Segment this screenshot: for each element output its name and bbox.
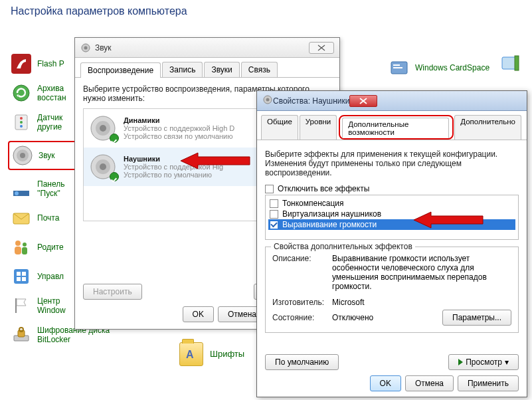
tab-enhancements-highlight: Дополнительные возможности bbox=[339, 115, 454, 140]
device-status: Устройство по умолчанию bbox=[124, 171, 223, 179]
props-close-button[interactable] bbox=[349, 95, 377, 107]
sound-titlebar[interactable]: Звук bbox=[75, 38, 339, 58]
remote-icon bbox=[500, 54, 521, 76]
svg-point-39 bbox=[266, 98, 270, 102]
sound-title: Звук bbox=[95, 43, 309, 52]
cp-item-parental[interactable]: Родите bbox=[11, 237, 77, 258]
archive-icon bbox=[11, 82, 32, 104]
checkbox-icon bbox=[270, 210, 278, 219]
checkbox-icon bbox=[270, 221, 278, 229]
sound-ok-button[interactable]: OK bbox=[183, 306, 214, 322]
red-arrow-annotation bbox=[411, 211, 484, 229]
vendor-value: Microsoft bbox=[332, 298, 365, 307]
svg-rect-19 bbox=[15, 247, 21, 254]
tab-recording[interactable]: Запись bbox=[162, 62, 203, 77]
props-cancel-button[interactable]: Отмена bbox=[405, 375, 454, 391]
device-name: Динамики bbox=[124, 116, 234, 124]
svg-rect-25 bbox=[22, 277, 26, 281]
svg-rect-2 bbox=[393, 67, 402, 68]
cp-item-taskbar[interactable]: Панель ''Пуск'' bbox=[11, 178, 77, 199]
cp-label: Шрифты bbox=[210, 349, 244, 359]
svg-point-13 bbox=[20, 153, 25, 158]
tab-sounds[interactable]: Звуки bbox=[204, 62, 239, 77]
props-default-button[interactable]: По умолчанию bbox=[265, 354, 339, 370]
red-arrow-annotation bbox=[178, 151, 251, 170]
cp-item-sensor[interactable]: Датчик другие bbox=[11, 112, 77, 133]
tab-general[interactable]: Общие bbox=[261, 115, 298, 140]
properties-dialog: Свойства: Наушники Общие Уровни Дополнит… bbox=[256, 90, 527, 397]
effect-props-group: Свойства дополнительных эффектов Описани… bbox=[265, 247, 519, 333]
svg-rect-23 bbox=[22, 272, 26, 276]
svg-point-10 bbox=[20, 125, 23, 128]
bitlocker-icon bbox=[11, 324, 32, 346]
cp-label: Звук bbox=[39, 151, 55, 160]
props-titlebar[interactable]: Свойства: Наушники bbox=[257, 91, 527, 111]
tab-playback[interactable]: Воспроизведение bbox=[80, 62, 161, 78]
mail-icon bbox=[11, 207, 32, 229]
cardspace-icon bbox=[389, 57, 410, 78]
device-status: Устройство связи по умолчанию bbox=[124, 132, 234, 140]
cp-label: Родите bbox=[37, 243, 64, 252]
cp-label: Датчик другие bbox=[37, 113, 62, 132]
svg-point-18 bbox=[23, 243, 27, 247]
fx-label: Виртуализация наушников bbox=[282, 209, 381, 219]
fx-label: Тонкомпенсация bbox=[282, 199, 344, 208]
svg-rect-4 bbox=[515, 56, 519, 70]
cp-label: Центр Window bbox=[37, 296, 66, 316]
cp-item-sound[interactable]: Звук bbox=[8, 141, 77, 170]
sound-tabs: Воспроизведение Запись Звуки Связь bbox=[75, 58, 339, 78]
props-tabs: Общие Уровни Дополнительные возможности … bbox=[257, 111, 527, 140]
svg-rect-29 bbox=[19, 328, 23, 332]
tab-comm[interactable]: Связь bbox=[241, 62, 278, 77]
preview-button[interactable]: Просмотр ▾ bbox=[448, 354, 519, 370]
sound-close-button[interactable] bbox=[309, 42, 334, 54]
svg-rect-24 bbox=[17, 277, 21, 281]
state-value: Отключено bbox=[332, 313, 442, 322]
speaker-small-icon bbox=[262, 94, 273, 107]
check-badge-icon bbox=[110, 172, 119, 181]
cp-item-archive[interactable]: Архива восстан bbox=[11, 82, 77, 104]
disable-all-checkbox[interactable]: Отключить все эффекты bbox=[265, 184, 519, 193]
flash-icon bbox=[11, 53, 32, 74]
cp-item-flash[interactable]: Flash P bbox=[11, 53, 77, 74]
svg-rect-21 bbox=[14, 269, 29, 284]
configure-button[interactable]: Настроить bbox=[83, 284, 142, 300]
cp-label: Архива восстан bbox=[37, 84, 66, 103]
parameters-button[interactable]: Параметры... bbox=[442, 310, 511, 326]
disable-all-label: Отключить все эффекты bbox=[278, 184, 369, 193]
check-badge-icon bbox=[110, 134, 119, 143]
cp-item-mail[interactable]: Почта bbox=[11, 207, 77, 229]
checkbox-icon bbox=[265, 185, 274, 193]
fx-label: Выравнивание громкости bbox=[282, 220, 377, 229]
cp-item-manage[interactable]: Управл bbox=[11, 266, 77, 287]
cp-item-fonts[interactable]: A Шрифты bbox=[179, 342, 244, 366]
svg-rect-1 bbox=[393, 64, 400, 66]
group-title: Свойства дополнительных эффектов bbox=[271, 242, 415, 251]
taskbar-icon bbox=[11, 178, 32, 199]
desc-label: Описание: bbox=[272, 254, 332, 291]
cp-item-action[interactable]: Центр Window bbox=[11, 295, 77, 316]
svg-point-9 bbox=[20, 121, 23, 124]
manage-icon bbox=[11, 266, 32, 287]
svg-rect-22 bbox=[17, 272, 21, 276]
flag-icon bbox=[11, 295, 32, 316]
tab-advanced[interactable]: Дополнительно bbox=[454, 115, 521, 140]
cp-label: Почта bbox=[37, 213, 59, 223]
checkbox-icon bbox=[270, 199, 278, 208]
props-ok-button[interactable]: OK bbox=[370, 375, 401, 391]
speaker-small-icon bbox=[80, 43, 91, 53]
cp-label: Flash P bbox=[37, 59, 64, 68]
tab-enhancements[interactable]: Дополнительные возможности bbox=[342, 118, 449, 138]
svg-point-15 bbox=[15, 191, 19, 195]
play-icon bbox=[458, 359, 463, 365]
fonts-icon: A bbox=[179, 342, 203, 366]
svg-point-8 bbox=[20, 117, 23, 120]
props-apply-button[interactable]: Применить bbox=[458, 375, 519, 391]
desc-value: Выравнивание громкости использует особен… bbox=[332, 254, 511, 291]
page-title: Настройка параметров компьютера bbox=[11, 5, 187, 17]
fx-loudness-eq[interactable]: Тонкомпенсация bbox=[268, 198, 515, 209]
sensor-icon bbox=[11, 112, 32, 133]
cp-left-column: Flash P Архива восстан Датчик другие Зву… bbox=[11, 53, 77, 353]
tab-levels[interactable]: Уровни bbox=[300, 115, 337, 140]
props-title: Свойства: Наушники bbox=[273, 96, 349, 106]
